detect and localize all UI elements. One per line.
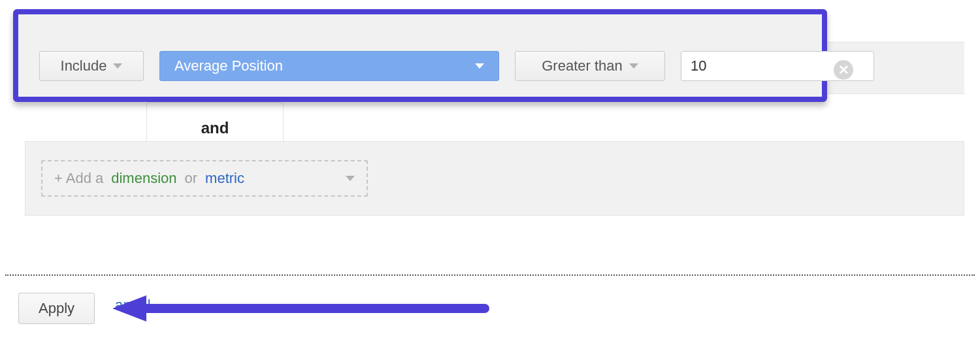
add-middle: or [185, 170, 198, 187]
cancel-link-fragment: ancel [115, 297, 151, 314]
apply-button[interactable]: Apply [18, 293, 95, 324]
condition-dropdown[interactable]: Greater than [515, 51, 665, 81]
annotation-arrow-icon [112, 294, 491, 331]
metric-word: metric [205, 170, 244, 187]
chevron-down-icon [629, 63, 638, 69]
conjunction-label: and [201, 119, 229, 137]
dimension-dropdown[interactable]: Average Position [159, 51, 499, 81]
include-dropdown[interactable]: Include [39, 51, 144, 81]
apply-row: Apply [18, 293, 95, 324]
screenshot-root: Include Average Position Greater than an… [0, 0, 980, 347]
add-filter-row: + Add a dimension or metric [25, 141, 964, 216]
dimension-label: Average Position [174, 58, 283, 74]
section-divider [5, 274, 975, 276]
conjunction-tab: and [146, 102, 284, 141]
dimension-word: dimension [111, 170, 176, 187]
include-label: Include [61, 58, 107, 74]
add-dimension-metric-button[interactable]: + Add a dimension or metric [41, 160, 368, 197]
chevron-down-icon [346, 176, 355, 181]
remove-filter-icon[interactable] [834, 60, 853, 80]
chevron-down-icon [475, 63, 484, 69]
chevron-down-icon [113, 63, 122, 69]
apply-label: Apply [39, 300, 74, 316]
filter-row: Include Average Position Greater than [39, 51, 874, 81]
condition-label: Greater than [542, 58, 623, 74]
add-prefix: + Add a [54, 170, 103, 187]
